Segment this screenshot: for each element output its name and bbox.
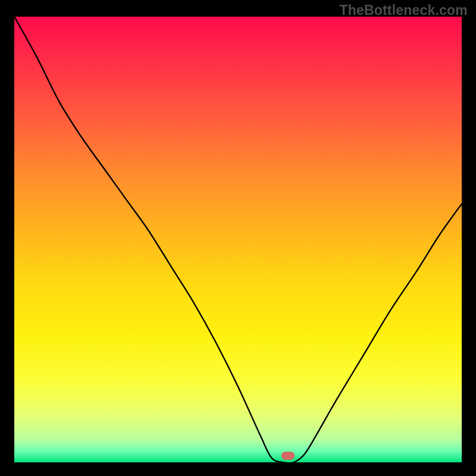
plot-area (14, 17, 462, 462)
bottleneck-curve (14, 17, 462, 462)
watermark-text: TheBottleneck.com (339, 2, 468, 18)
optimal-marker (281, 452, 295, 460)
curve-path (14, 17, 462, 462)
chart-frame: TheBottleneck.com (0, 0, 476, 476)
